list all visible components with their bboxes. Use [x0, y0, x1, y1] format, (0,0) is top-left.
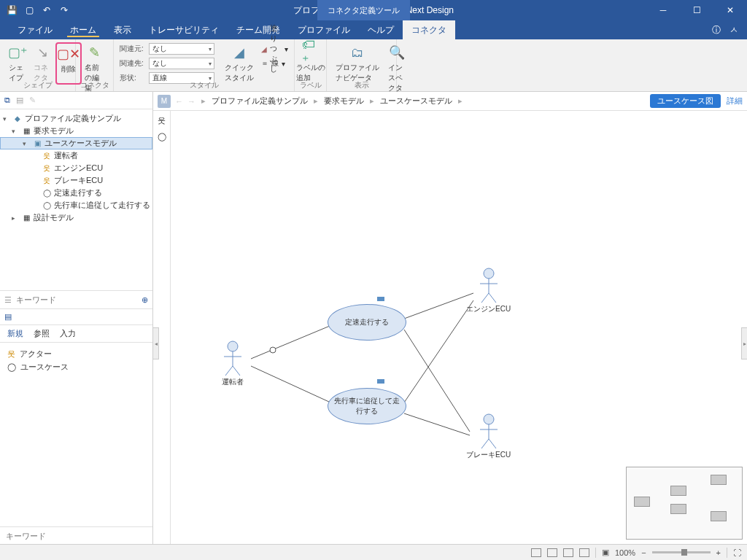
actor-brake[interactable]: ブレーキECU	[466, 413, 511, 460]
svg-line-5	[404, 300, 473, 402]
usecase-cruise[interactable]: 定速走行する	[328, 304, 406, 341]
layout2-icon[interactable]	[547, 548, 557, 557]
svg-line-23	[489, 439, 496, 448]
palette-item-usecase[interactable]: ◯ユースケース	[7, 360, 145, 373]
detail-link[interactable]: 詳細	[727, 96, 743, 106]
tree-node-usecase-model: ▾▣ユースケースモデル	[0, 137, 152, 149]
diagram-canvas[interactable]: 運転者 エンジンECU ブレーキECU 定速走行する 先行車に追従して走 行する	[171, 111, 747, 544]
model-tree[interactable]: ▾◆プロファイル定義サンプル ▾▦要求モデル ▾▣ユースケースモデル 웃運転者 …	[0, 109, 152, 290]
keyword-input[interactable]	[6, 532, 152, 540]
svg-point-1	[270, 347, 276, 353]
nav-fwd-icon[interactable]: →	[187, 97, 196, 106]
tab-home[interactable]: ホーム	[61, 20, 105, 39]
search-input[interactable]	[16, 295, 137, 304]
svg-rect-8	[377, 379, 384, 384]
ribbon-group-style: スタイル	[114, 80, 294, 90]
fill-button[interactable]: ◢ 塗りつぶし ▾	[261, 42, 288, 55]
label-add-button[interactable]: 🏷⁺ラベルの 追加	[301, 42, 320, 85]
svg-line-17	[481, 293, 489, 303]
tab-traceability[interactable]: トレーサビリティ	[140, 20, 228, 39]
svg-point-9	[228, 341, 238, 351]
undo-icon[interactable]: ↶	[41, 4, 53, 16]
minimize-button[interactable]: ─	[646, 0, 680, 20]
collapse-ribbon-icon[interactable]: ㅅ	[729, 24, 738, 36]
left-panel-toggle[interactable]: ◂	[152, 327, 159, 359]
svg-line-22	[481, 439, 489, 448]
nav-back-icon[interactable]: ←	[175, 97, 183, 106]
side-panel: ⧉ ▤ ✎ ▾◆プロファイル定義サンプル ▾▦要求モデル ▾▣ユースケースモデル…	[0, 92, 153, 544]
ribbon-group-shape: シェイプ	[0, 80, 75, 90]
tab-help[interactable]: ヘルプ	[359, 20, 403, 39]
palette-tab-ref[interactable]: 参照	[34, 328, 50, 339]
zoom-level: 100%	[615, 548, 635, 557]
contextual-tab-label: コネクタ定義ツール	[317, 0, 410, 20]
tab-connector[interactable]: コネクタ	[403, 20, 455, 39]
layout1-icon[interactable]	[531, 548, 541, 557]
tree-tab3-icon[interactable]: ✎	[29, 96, 36, 105]
svg-line-13	[233, 366, 240, 376]
svg-line-18	[489, 293, 496, 303]
minimap[interactable]	[626, 467, 743, 540]
tab-profile[interactable]: プロファイル	[289, 20, 359, 39]
filter-icon[interactable]: ☰	[4, 295, 12, 305]
maximize-button[interactable]: ☐	[680, 0, 713, 20]
tree-tab2-icon[interactable]: ▤	[16, 96, 23, 105]
zoom-fit-icon[interactable]: ▣	[602, 548, 609, 557]
actor-driver[interactable]: 運転者	[222, 341, 244, 387]
svg-rect-7	[377, 297, 384, 301]
ribbon-group-label: ラベル	[295, 80, 326, 90]
zoom-in-icon[interactable]: +	[716, 548, 721, 557]
svg-line-12	[225, 366, 233, 376]
svg-line-0	[251, 322, 338, 359]
redo-icon[interactable]: ↷	[58, 4, 70, 16]
shape-add-button[interactable]: ▢⁺シェイプ	[6, 42, 29, 85]
zoom-out-icon[interactable]: −	[641, 548, 646, 557]
save-icon[interactable]: 💾	[6, 4, 18, 16]
bookmark-icon[interactable]: ▤	[4, 312, 12, 322]
palette-item-actor[interactable]: 웃アクター	[7, 347, 145, 360]
ribbon: ▢⁺シェイプ ↘コネクタ ▢✕削除 シェイプ ✎名前の編集 コネクタ 関連元:な…	[0, 39, 747, 92]
ribbon-group-display: 表示	[327, 80, 396, 90]
tool-actor-icon[interactable]: 웃	[158, 115, 166, 126]
connector-add-button[interactable]: ↘コネクタ	[31, 42, 54, 85]
search-target-icon[interactable]: ⊕	[142, 295, 148, 305]
info-icon[interactable]: ⓘ	[712, 24, 721, 36]
palette-tab-input[interactable]: 入力	[60, 328, 76, 339]
right-panel-toggle[interactable]: ▸	[741, 327, 747, 359]
relation-source-combo[interactable]: なし	[149, 43, 214, 55]
tab-display[interactable]: 表示	[105, 20, 140, 39]
fullscreen-icon[interactable]: ⛶	[733, 548, 741, 557]
breadcrumb: M ← → ▸プロファイル定義サンプル ▸要求モデル ▸ユースケースモデル ▸ …	[153, 92, 747, 111]
statusbar: ▣ 100% − + ⛶	[0, 544, 747, 560]
breadcrumb-m-icon[interactable]: M	[158, 95, 171, 108]
usecase-follow[interactable]: 先行車に追従して走 行する	[328, 388, 406, 424]
layout3-icon[interactable]	[563, 548, 573, 557]
ribbon-group-connector: コネクタ	[76, 80, 113, 90]
tool-usecase-icon[interactable]: ◯	[158, 132, 166, 141]
menubar: ファイル ホーム 表示 トレーサビリティ チーム開発 プロファイル ヘルプ コネ…	[0, 20, 747, 39]
zoom-slider[interactable]	[652, 551, 711, 553]
titlebar: 💾 ▢ ↶ ↷ プロファイル定義サンプル - Next Design コネクタ定…	[0, 0, 747, 20]
svg-point-14	[484, 268, 494, 279]
svg-line-3	[404, 293, 473, 319]
line-button[interactable]: ＝ 線 ▾	[261, 57, 288, 70]
tab-file[interactable]: ファイル	[9, 20, 61, 39]
view-badge[interactable]: ユースケース図	[650, 94, 721, 108]
palette-tab-new[interactable]: 新規	[7, 328, 23, 339]
layout4-icon[interactable]	[579, 548, 589, 557]
close-button[interactable]: ✕	[713, 0, 747, 20]
tree-tab-icon[interactable]: ⧉	[4, 96, 10, 105]
svg-line-2	[251, 366, 338, 406]
relation-dest-combo[interactable]: なし	[149, 58, 214, 69]
new-icon[interactable]: ▢	[23, 4, 35, 16]
svg-point-19	[484, 414, 494, 424]
actor-engine[interactable]: エンジンECU	[466, 268, 511, 314]
quick-style-button[interactable]: ◢クイック スタイル	[222, 42, 257, 85]
